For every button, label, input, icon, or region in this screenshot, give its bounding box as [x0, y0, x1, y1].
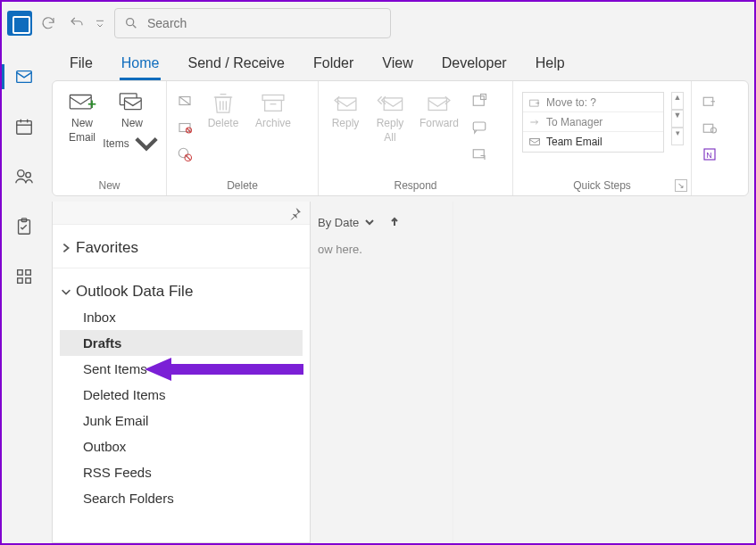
- ignore-button[interactable]: [174, 90, 195, 111]
- rail-mail[interactable]: [2, 62, 46, 91]
- search-input[interactable]: [147, 16, 381, 30]
- rail-people[interactable]: [2, 162, 46, 191]
- sort-arrow-up-icon[interactable]: [389, 217, 400, 227]
- qat-dropdown[interactable]: [93, 11, 107, 36]
- delete-label: Delete: [208, 117, 239, 129]
- svg-rect-43: [473, 150, 484, 158]
- svg-point-8: [18, 170, 24, 177]
- qs-up-icon[interactable]: ▲: [671, 92, 684, 110]
- ribbon-group-quick-steps: Move to: ? To Manager Team Email ▲: [513, 81, 692, 195]
- rail-more-apps[interactable]: [2, 262, 46, 291]
- junk-button[interactable]: [174, 144, 195, 165]
- reply-all-label2: All: [384, 131, 395, 144]
- move-button[interactable]: [699, 90, 720, 111]
- chevron-down-icon: [131, 131, 162, 156]
- folder-pane: Favorites Outlook Data File Inbox Drafts…: [52, 202, 311, 543]
- svg-rect-39: [428, 98, 446, 111]
- quick-step-move[interactable]: Move to: ?: [523, 93, 663, 112]
- svg-text:N: N: [706, 151, 712, 160]
- folder-junk[interactable]: Junk Email: [60, 408, 303, 434]
- folder-sent[interactable]: Sent Items: [60, 356, 303, 382]
- folder-rss[interactable]: RSS Feeds: [60, 459, 303, 485]
- svg-rect-20: [125, 98, 142, 110]
- sort-by-date[interactable]: By Date: [318, 211, 445, 234]
- svg-rect-16: [70, 95, 91, 109]
- chevron-down-icon: [364, 217, 375, 227]
- sync-button[interactable]: [36, 11, 61, 36]
- message-list-pane: By Date ow here.: [311, 202, 453, 543]
- new-items-label2: Items: [103, 137, 129, 150]
- quick-step-manager[interactable]: To Manager: [523, 112, 663, 132]
- reply-label: Reply: [332, 117, 360, 129]
- ribbon-group-respond: Reply Reply All Forward: [319, 81, 513, 195]
- data-file-header[interactable]: Outlook Data File: [60, 279, 303, 304]
- svg-rect-45: [530, 139, 540, 145]
- folder-drafts[interactable]: Drafts: [60, 330, 303, 356]
- rail-calendar[interactable]: [2, 112, 46, 141]
- archive-button[interactable]: Archive: [251, 87, 295, 129]
- forward-icon: [528, 116, 541, 128]
- rail-tasks[interactable]: [2, 212, 46, 241]
- search-box[interactable]: [114, 8, 391, 38]
- svg-rect-4: [17, 121, 32, 135]
- pin-icon: [288, 206, 303, 220]
- svg-rect-42: [473, 122, 486, 130]
- folder-outbox[interactable]: Outbox: [60, 434, 303, 459]
- rules-button[interactable]: [699, 117, 720, 138]
- meeting-button[interactable]: [469, 90, 490, 111]
- tab-home[interactable]: Home: [120, 50, 162, 80]
- reply-all-button[interactable]: Reply All: [370, 87, 410, 145]
- svg-rect-37: [338, 98, 356, 111]
- ribbon-group-overflow: N: [692, 81, 748, 195]
- im-button[interactable]: [469, 117, 490, 138]
- svg-rect-41: [481, 95, 486, 100]
- reply-button[interactable]: Reply: [326, 87, 365, 129]
- quick-step-team[interactable]: Team Email: [523, 132, 663, 152]
- svg-rect-13: [26, 270, 31, 276]
- folder-inbox[interactable]: Inbox: [60, 304, 303, 330]
- undo-button[interactable]: [64, 11, 89, 36]
- reply-all-label1: Reply: [377, 117, 404, 129]
- quick-steps-launcher[interactable]: ↘: [675, 179, 687, 192]
- onenote-button[interactable]: N: [699, 144, 720, 165]
- ribbon: New Email New Items New: [52, 80, 749, 196]
- qs-more-icon[interactable]: ▾: [671, 128, 684, 145]
- qs-down-icon[interactable]: ▼: [671, 110, 684, 128]
- tab-folder[interactable]: Folder: [312, 50, 355, 80]
- archive-label: Archive: [255, 117, 291, 129]
- tab-developer[interactable]: Developer: [440, 50, 509, 80]
- more-respond-button[interactable]: [469, 144, 490, 165]
- new-items-button[interactable]: New Items: [110, 87, 154, 156]
- new-items-label1: New: [121, 117, 143, 129]
- tab-send-receive[interactable]: Send / Receive: [186, 50, 287, 80]
- title-bar: [2, 2, 754, 45]
- folder-move-icon: [528, 96, 541, 109]
- favorites-header[interactable]: Favorites: [60, 235, 303, 260]
- group-respond-label: Respond: [319, 179, 512, 192]
- svg-rect-35: [265, 100, 282, 111]
- folder-deleted[interactable]: Deleted Items: [60, 382, 303, 408]
- svg-line-2: [133, 25, 136, 28]
- folder-search[interactable]: Search Folders: [60, 485, 303, 511]
- cleanup-button[interactable]: [174, 117, 195, 138]
- reading-pane: [453, 202, 754, 543]
- svg-rect-34: [262, 95, 284, 101]
- svg-point-9: [26, 172, 31, 178]
- new-email-button[interactable]: New Email: [60, 87, 104, 145]
- svg-line-28: [186, 155, 191, 161]
- svg-rect-12: [18, 270, 23, 276]
- forward-label: Forward: [420, 117, 459, 129]
- ribbon-group-new: New Email New Items New: [53, 81, 167, 195]
- forward-button[interactable]: Forward: [415, 87, 463, 129]
- outlook-logo: [7, 11, 32, 36]
- svg-point-48: [711, 128, 717, 133]
- quick-steps-scroll[interactable]: ▲ ▼ ▾: [671, 92, 684, 145]
- delete-button[interactable]: Delete: [201, 87, 245, 129]
- tab-view[interactable]: View: [380, 50, 414, 80]
- group-delete-label: Delete: [167, 179, 318, 192]
- tab-file[interactable]: File: [68, 50, 95, 80]
- tab-help[interactable]: Help: [534, 50, 567, 80]
- pin-pane-button[interactable]: [53, 202, 310, 225]
- content-area: Favorites Outlook Data File Inbox Drafts…: [46, 202, 754, 543]
- quick-steps-gallery[interactable]: Move to: ? To Manager Team Email: [522, 92, 664, 153]
